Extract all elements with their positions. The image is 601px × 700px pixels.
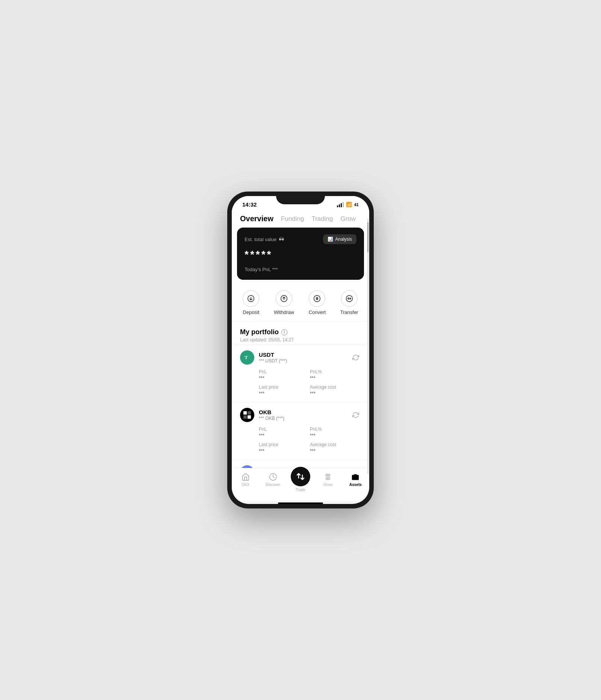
usdt-info: USDT *** USDT (***) (259, 352, 287, 364)
convert-icon (309, 290, 325, 307)
nav-trade[interactable]: Trade (287, 471, 314, 493)
bottom-nav: OKX Discover Trade (232, 468, 369, 501)
deposit-icon (243, 290, 259, 307)
transfer-icon (341, 290, 358, 307)
signal-icon (337, 202, 344, 207)
home-indicator (278, 502, 323, 504)
svg-point-12 (326, 474, 328, 477)
nav-discover-label: Discover (266, 483, 280, 487)
okb-info: OKB *** OKB (***) (259, 409, 284, 421)
info-icon[interactable]: i (281, 329, 287, 335)
withdraw-button[interactable]: Withdraw (274, 290, 294, 315)
deposit-label: Deposit (243, 309, 259, 315)
wifi-icon: 📶 (346, 202, 352, 207)
chart-icon: 📊 (328, 237, 333, 242)
withdraw-label: Withdraw (274, 309, 294, 315)
usdt-amount: *** USDT (***) (259, 358, 287, 364)
notch (276, 192, 325, 204)
svg-point-15 (328, 478, 330, 480)
okb-pnl-group: PnL *** (259, 427, 310, 438)
status-time: 14:32 (242, 201, 257, 208)
okb-left: OKB *** OKB (***) (240, 408, 284, 422)
portfolio-subtitle: Last updated: 05/05, 14:27 (240, 337, 361, 342)
scrollbar-track (367, 219, 368, 474)
eth-left: ETH *** ETH (***) (240, 465, 284, 468)
tab-trading[interactable]: Trading (311, 215, 333, 223)
convert-button[interactable]: Convert (309, 290, 326, 315)
okb-refresh-icon[interactable] (350, 410, 361, 420)
okb-pnlpct-group: PnL% *** (310, 427, 361, 438)
total-value-label: Est. total value 🕶 (245, 236, 284, 242)
analysis-button[interactable]: 📊 Analysis (323, 234, 356, 244)
tab-funding[interactable]: Funding (281, 215, 304, 223)
battery-icon: 41 (354, 202, 359, 207)
scroll-area[interactable]: Overview Funding Trading Grow Est. total… (232, 209, 369, 468)
portfolio-header: My portfolio i Last updated: 05/05, 14:2… (232, 321, 369, 345)
withdraw-icon (276, 290, 292, 307)
usdt-header: T USDT *** USDT (***) (240, 350, 361, 365)
phone-screen: 14:32 📶 41 Overview Funding Trading Grow (232, 196, 369, 504)
tab-grow[interactable]: Grow (340, 215, 356, 223)
nav-discover[interactable]: Discover (259, 471, 287, 493)
portfolio-title: My portfolio i (240, 328, 361, 336)
usdt-refresh-icon[interactable] (350, 352, 361, 363)
okb-name: OKB (259, 409, 284, 415)
usdt-pnl-group: PnL *** (259, 369, 310, 381)
usdt-name: USDT (259, 352, 287, 358)
portfolio-card: Est. total value 🕶 📊 Analysis ***** Toda… (237, 228, 364, 280)
scrollbar-thumb (367, 222, 368, 252)
nav-assets[interactable]: Assets (342, 471, 369, 493)
usdt-pnlpct-group: PnL% *** (310, 369, 361, 381)
hide-value-icon[interactable]: 🕶 (279, 236, 284, 242)
today-pnl: Today's PnL *** (245, 267, 356, 272)
usdt-lastprice-group: Last price *** (259, 385, 310, 396)
portfolio-value: ***** (245, 249, 356, 261)
deposit-button[interactable]: Deposit (243, 290, 259, 315)
nav-trade-label: Trade (296, 488, 305, 492)
trade-button[interactable] (291, 467, 310, 486)
okb-avgcost-group: Average cost *** (310, 442, 361, 454)
asset-item-okb: OKB *** OKB (***) PnL (232, 402, 369, 460)
okb-lastprice-group: Last price *** (259, 442, 310, 454)
eth-logo (240, 465, 254, 468)
usdt-avgcost-group: Average cost *** (310, 385, 361, 396)
phone-frame: 14:32 📶 41 Overview Funding Trading Grow (227, 192, 374, 508)
tab-overview[interactable]: Overview (240, 214, 273, 223)
usdt-left: T USDT *** USDT (***) (240, 350, 287, 365)
nav-assets-label: Assets (349, 483, 362, 487)
svg-rect-16 (352, 475, 359, 480)
usdt-logo: T (240, 350, 254, 365)
svg-point-14 (326, 478, 328, 480)
convert-label: Convert (309, 309, 326, 315)
nav-grow[interactable]: Grow (314, 471, 342, 493)
svg-point-13 (328, 474, 330, 477)
transfer-button[interactable]: Transfer (340, 290, 358, 315)
nav-okx[interactable]: OKX (232, 471, 259, 493)
okb-header: OKB *** OKB (***) (240, 408, 361, 422)
actions-row: Deposit Withdraw (232, 284, 369, 321)
transfer-label: Transfer (340, 309, 358, 315)
svg-text:T: T (245, 355, 248, 360)
usdt-stats: PnL *** PnL% *** Last price *** Average … (240, 369, 361, 396)
okb-amount: *** OKB (***) (259, 416, 284, 421)
okb-stats: PnL *** PnL% *** Last price *** Average … (240, 427, 361, 454)
asset-item-usdt: T USDT *** USDT (***) (232, 345, 369, 402)
nav-grow-label: Grow (323, 483, 332, 487)
card-header: Est. total value 🕶 📊 Analysis (245, 234, 356, 244)
nav-okx-label: OKX (242, 483, 249, 487)
status-icons: 📶 41 (337, 202, 359, 207)
okb-logo (240, 408, 254, 422)
nav-tabs: Overview Funding Trading Grow (232, 209, 369, 228)
